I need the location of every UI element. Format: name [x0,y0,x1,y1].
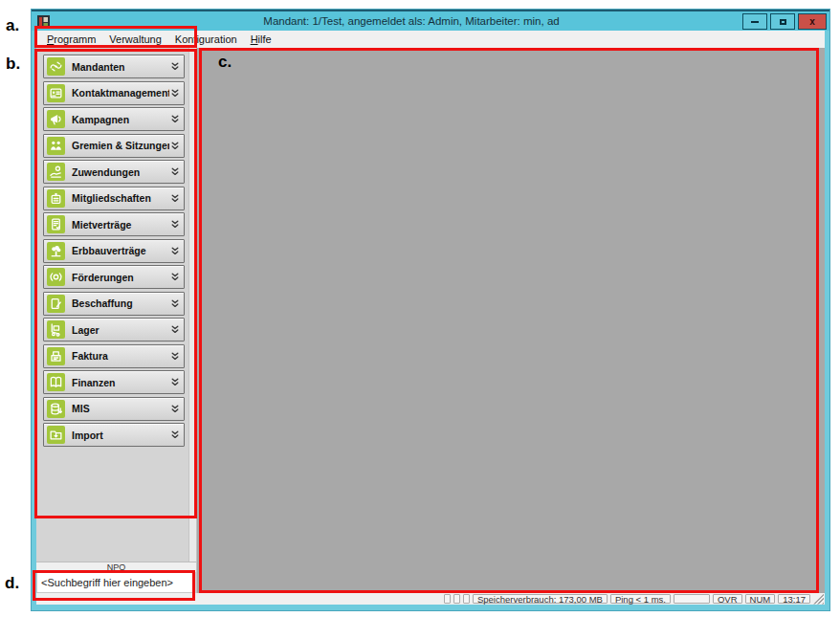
chevron-expand-icon[interactable] [171,299,179,308]
chevron-expand-icon[interactable] [171,115,179,123]
chevron-expand-icon[interactable] [171,194,179,203]
app-icon[interactable] [37,14,50,27]
window-controls: x [742,13,827,30]
sidebar-item-mitgliedschaften[interactable]: Mitgliedschaften [43,187,185,210]
sidebar-button-list: MandantenKontaktmanagementKampagnenGremi… [43,55,185,447]
minimize-icon [751,21,759,23]
window-title: Mandant: 1/Test, angemeldet als: Admin, … [89,15,734,27]
handtruck-icon [47,320,65,339]
menu-item-programm[interactable]: Programm [40,33,102,45]
minimize-button[interactable] [742,13,767,30]
sidebar-item-label: Faktura [72,350,169,362]
sidebar-item-import[interactable]: Import [43,423,185,447]
sidebar-item-mietvertraege[interactable]: Mietverträge [43,212,185,236]
sidebar-item-label: Mitgliedschaften [72,192,169,204]
sidebar-item-finanzen[interactable]: Finanzen [43,370,185,394]
resize-grip[interactable] [813,594,824,605]
sidebar-item-foerderungen[interactable]: Förderungen [43,265,185,289]
status-num-indicator: NUM [745,594,776,604]
sidebar-scroll-strip [188,48,196,562]
sidebar-item-label: Mietverträge [72,219,169,231]
sidebar-item-label: Zuwendungen [72,166,169,178]
sidebar-item-label: Erbbauverträge [72,245,169,256]
sidebar-item-gremien-sitzungen[interactable]: Gremien & Sitzungen [43,134,185,158]
contact-card-icon [47,84,65,102]
sidebar-item-label: Kontaktmanagement [72,87,169,99]
sidebar-footer: NPO [36,562,196,572]
sidebar-item-label: MIS [72,403,169,414]
tree-house-icon [47,242,65,260]
status-memory: Speicherverbrauch: 173,00 MB [473,594,608,604]
sidebar-item-zuwendungen[interactable]: Zuwendungen [43,160,185,184]
sidebar-item-kampagnen[interactable]: Kampagnen [43,107,185,131]
chevron-expand-icon[interactable] [171,89,179,98]
statusbar: Speicherverbrauch: 173,00 MB Ping < 1 ms… [36,593,825,605]
sidebar-item-erbbauvertraege[interactable]: Erbbauverträge [43,239,185,263]
navigation-sidebar: MandantenKontaktmanagementKampagnenGremi… [36,48,197,593]
status-clock: 13:17 [778,594,810,604]
menu-item-verwaltung[interactable]: Verwaltung [102,33,167,45]
sidebar-item-label: Beschaffung [72,297,169,309]
annotation-label-b: b. [6,55,20,72]
handshake-icon [47,57,65,76]
status-segment-empty [674,594,710,604]
sidebar-item-label: Finanzen [72,377,169,388]
chevron-expand-icon[interactable] [171,430,179,439]
sidebar-item-mandanten[interactable]: Mandanten [43,55,185,78]
chevron-expand-icon[interactable] [171,220,179,229]
chevron-expand-icon[interactable] [171,247,179,255]
annotation-label-a: a. [6,17,19,33]
document-pencil-icon [47,295,65,313]
sidebar-item-mis[interactable]: MIS [43,397,185,421]
titlebar[interactable]: Mandant: 1/Test, angemeldet als: Admin, … [32,10,829,31]
annotation-label-c: c. [218,54,232,70]
open-book-icon [47,373,65,391]
megaphone-icon [47,110,65,128]
chevron-expand-icon[interactable] [171,378,179,386]
close-button[interactable]: x [798,13,827,30]
chevron-expand-icon[interactable] [171,142,179,150]
import-folder-icon [47,426,65,444]
cash-register-icon [47,347,65,365]
annotation-label-d: d. [5,575,19,591]
maximize-icon [780,19,786,25]
sidebar-item-label: Mandanten [72,61,169,73]
sidebar-item-beschaffung[interactable]: Beschaffung [43,292,185,316]
status-ovr-indicator: OVR [713,594,742,604]
sidebar-item-lager[interactable]: Lager [43,318,185,342]
menu-item-konfiguration[interactable]: Konfiguration [168,33,244,45]
membership-badge-icon [47,189,65,208]
sidebar-item-faktura[interactable]: Faktura [43,344,185,368]
main-region: MandantenKontaktmanagementKampagnenGremi… [36,48,825,593]
menubar: ProgrammVerwaltungKonfigurationHilfe [36,31,825,48]
status-segment-empty [453,594,460,604]
funding-euro-icon [47,268,65,286]
sidebar-item-label: Lager [72,324,169,336]
sidebar-item-kontaktmanagement[interactable]: Kontaktmanagement [43,81,185,105]
chevron-expand-icon[interactable] [171,405,179,413]
search-input[interactable] [36,572,194,593]
status-segment-empty [463,594,470,604]
maximize-button[interactable] [770,13,795,30]
chevron-expand-icon[interactable] [171,167,179,176]
workspace-content-area [197,48,825,593]
app-window: Mandant: 1/Test, angemeldet als: Admin, … [32,10,829,610]
chevron-expand-icon[interactable] [171,325,179,334]
close-icon: x [809,17,815,27]
donation-hand-icon [47,163,65,181]
sidebar-item-label: Förderungen [72,272,169,283]
chevron-expand-icon[interactable] [171,273,179,281]
chevron-expand-icon[interactable] [171,62,179,71]
status-segment-empty [444,594,451,604]
sidebar-item-label: Gremien & Sitzungen [72,140,169,151]
menu-item-hilfe[interactable]: Hilfe [244,33,278,45]
chevron-expand-icon[interactable] [171,352,179,361]
database-icon [47,400,65,418]
status-ping: Ping < 1 ms. [610,594,671,604]
sidebar-item-label: Kampagnen [72,114,169,125]
group-icon [47,137,65,155]
sidebar-item-label: Import [72,430,169,441]
rental-contract-icon [47,215,65,233]
